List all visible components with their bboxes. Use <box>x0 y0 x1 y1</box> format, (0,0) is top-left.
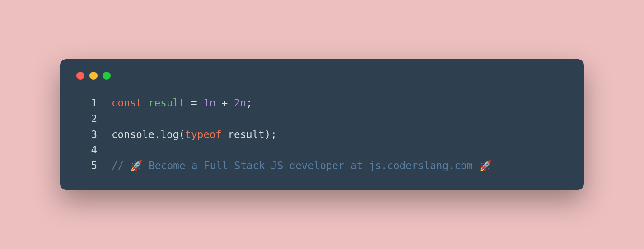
line-content: // 🚀 Become a Full Stack JS developer at… <box>112 158 492 174</box>
code-line: 1const result = 1n + 2n; <box>76 95 568 111</box>
code-token: = <box>185 97 204 109</box>
code-token: // 🚀 Become a Full Stack JS developer at… <box>112 160 492 171</box>
code-line: 4 <box>76 142 568 158</box>
code-line: 3console.log(typeof result); <box>76 127 568 143</box>
code-block: 1const result = 1n + 2n;23console.log(ty… <box>76 95 568 174</box>
code-token: 1n <box>203 97 215 109</box>
code-line: 2 <box>76 111 568 127</box>
line-number: 4 <box>76 142 97 158</box>
line-number: 2 <box>76 111 97 127</box>
code-token: result); <box>222 129 277 140</box>
window-titlebar <box>76 72 568 80</box>
line-number: 1 <box>76 95 97 111</box>
maximize-icon[interactable] <box>103 72 111 80</box>
code-token: result <box>148 97 185 109</box>
code-token: typeof <box>185 129 222 140</box>
code-line: 5// 🚀 Become a Full Stack JS developer a… <box>76 158 568 174</box>
minimize-icon[interactable] <box>89 72 98 80</box>
code-window: 1const result = 1n + 2n;23console.log(ty… <box>60 59 584 190</box>
code-token: const <box>112 97 148 109</box>
line-number: 3 <box>76 127 97 143</box>
code-token: + <box>215 97 234 109</box>
code-token: ; <box>246 97 252 109</box>
close-icon[interactable] <box>76 72 84 80</box>
line-content: console.log(typeof result); <box>112 127 277 143</box>
code-token: console.log( <box>112 129 185 140</box>
line-number: 5 <box>76 158 97 174</box>
line-content: const result = 1n + 2n; <box>112 95 252 111</box>
code-token: 2n <box>234 97 246 109</box>
